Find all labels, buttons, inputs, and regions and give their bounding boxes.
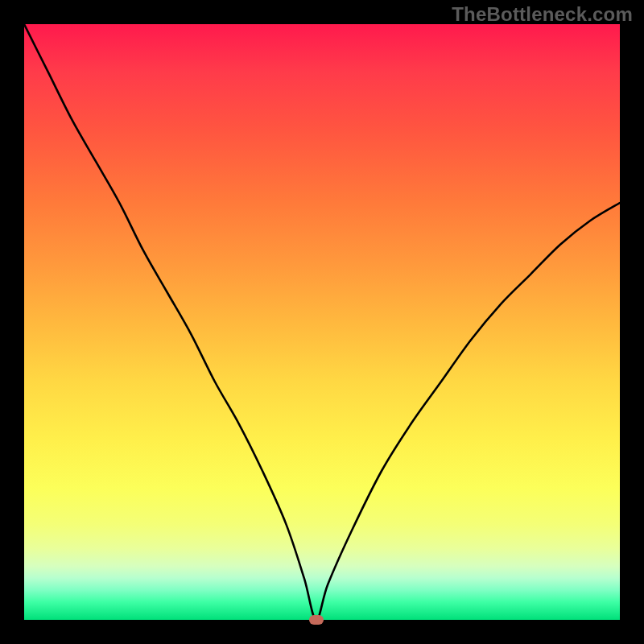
chart-frame: TheBottleneck.com bbox=[0, 0, 644, 644]
bottleneck-curve bbox=[24, 24, 620, 620]
watermark-text: TheBottleneck.com bbox=[452, 3, 633, 26]
minimum-marker bbox=[309, 615, 324, 625]
plot-area bbox=[24, 24, 620, 620]
